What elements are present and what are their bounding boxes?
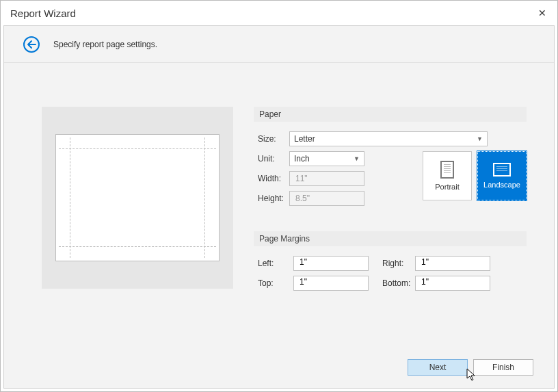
- margin-guide: [204, 138, 205, 258]
- margin-guide: [70, 138, 70, 258]
- left-label: Left:: [258, 259, 293, 268]
- top-margin-input[interactable]: [293, 276, 369, 291]
- finish-button[interactable]: Finish: [473, 359, 533, 376]
- size-label: Size:: [254, 134, 289, 144]
- wizard-footer: Next Finish: [4, 347, 554, 388]
- wizard-content: Paper Size: Letter ▼ Unit: Inch: [4, 63, 554, 347]
- chevron-down-icon: ▼: [354, 155, 360, 162]
- landscape-label: Landscape: [483, 181, 520, 189]
- paper-section-title: Paper: [254, 107, 527, 122]
- width-field: [294, 173, 360, 184]
- orientation-group: Portrait Landscape: [423, 151, 527, 200]
- portrait-button[interactable]: Portrait: [423, 151, 472, 200]
- landscape-button[interactable]: Landscape: [477, 151, 527, 200]
- width-input: [289, 171, 364, 186]
- top-margin-field[interactable]: [298, 276, 364, 287]
- portrait-label: Portrait: [435, 183, 459, 191]
- right-margin-input[interactable]: [415, 256, 490, 271]
- bottom-label: Bottom:: [369, 278, 415, 288]
- size-value: Letter: [294, 134, 315, 144]
- height-label: Height:: [254, 194, 289, 203]
- wizard-header: Specify report page settings.: [4, 26, 554, 63]
- window-title: Report Wizard: [10, 8, 76, 19]
- portrait-icon: [440, 161, 454, 179]
- margins-section: Page Margins Left: Right: Top:: [254, 231, 527, 291]
- unit-value: Inch: [294, 154, 310, 164]
- size-row: Size: Letter ▼: [254, 131, 527, 146]
- right-label: Right:: [369, 259, 415, 268]
- width-label: Width:: [254, 174, 289, 183]
- margin-guide: [59, 148, 216, 149]
- page-preview-panel: [42, 107, 233, 289]
- left-margin-input[interactable]: [293, 256, 369, 271]
- arrow-left-icon: [26, 40, 37, 49]
- back-button[interactable]: [23, 36, 40, 53]
- page-preview: [55, 134, 220, 261]
- margins-section-title: Page Margins: [254, 231, 527, 246]
- next-button[interactable]: Next: [408, 359, 468, 376]
- unit-row: Unit: Inch ▼: [254, 151, 409, 166]
- unit-label: Unit:: [254, 154, 289, 164]
- left-margin-field[interactable]: [298, 257, 364, 267]
- height-row: Height:: [254, 191, 409, 206]
- settings-panel: Paper Size: Letter ▼ Unit: Inch: [254, 107, 527, 347]
- bottom-margin-field[interactable]: [420, 276, 486, 287]
- size-select[interactable]: Letter ▼: [289, 131, 488, 146]
- dialog-body: Specify report page settings. Paper Size…: [3, 25, 555, 389]
- right-margin-field[interactable]: [420, 257, 486, 267]
- report-wizard-window: Report Wizard ✕ Specify report page sett…: [0, 0, 558, 392]
- close-button[interactable]: ✕: [535, 8, 549, 18]
- height-input: [289, 191, 364, 206]
- bottom-margin-input[interactable]: [415, 276, 490, 291]
- height-field: [294, 193, 360, 204]
- chevron-down-icon: ▼: [477, 135, 483, 142]
- unit-select[interactable]: Inch ▼: [289, 151, 364, 166]
- margins-grid: Left: Right: Top: Bottom:: [254, 256, 527, 291]
- width-row: Width:: [254, 171, 409, 186]
- top-label: Top:: [258, 278, 293, 288]
- landscape-icon: [493, 163, 511, 177]
- titlebar: Report Wizard ✕: [1, 1, 557, 25]
- margin-guide: [59, 246, 216, 247]
- wizard-step-text: Specify report page settings.: [53, 40, 157, 49]
